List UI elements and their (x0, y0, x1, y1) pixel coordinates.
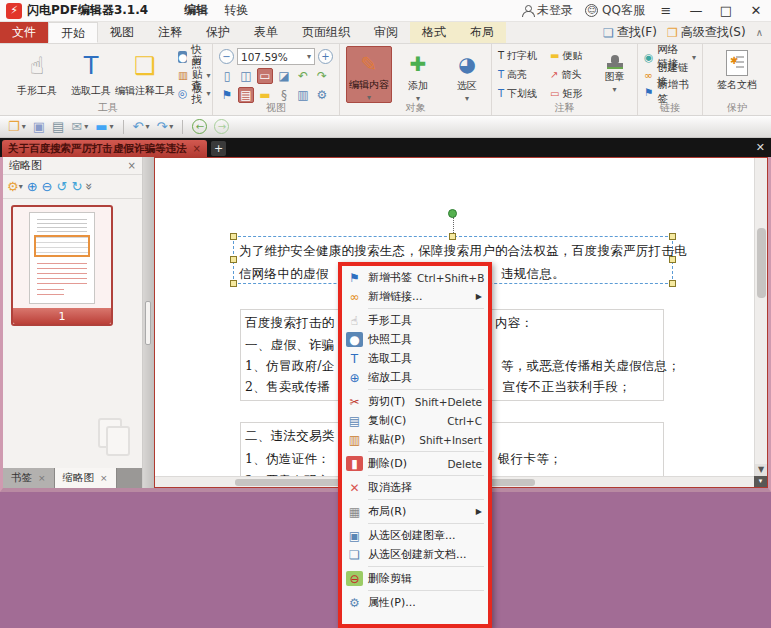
sidebar-splitter[interactable] (143, 157, 154, 488)
email-button[interactable]: ✉▾ (71, 119, 88, 134)
new-tab-button[interactable]: + (211, 141, 226, 156)
context-menu-item-layout[interactable]: ▦布局(R)▶ (342, 502, 488, 521)
find-button[interactable]: ❏ 查找(F) (603, 24, 657, 41)
zoom-in-button[interactable]: + (318, 49, 333, 64)
rectangle-button[interactable]: ▭矩形 (550, 85, 592, 103)
handle-ne[interactable] (669, 233, 676, 240)
ribbon-collapse-button[interactable]: ∧ (756, 27, 763, 38)
undo-button[interactable]: ↶▾ (133, 119, 150, 134)
context-menu-item-cut[interactable]: ✂剪切(T)Shift+Delete (342, 392, 488, 411)
sidebar-zoom-out-button[interactable]: ⊖ (42, 179, 53, 194)
rotate-right-button[interactable]: ↷ (314, 68, 330, 84)
maximize-button[interactable]: □ (717, 3, 735, 18)
doc-text: 银行卡等； (498, 451, 562, 468)
fit-page-button[interactable]: ◫ (238, 68, 254, 84)
vertical-scrollbar[interactable]: ▼ (754, 158, 767, 476)
sidebar-tab-thumbnails-close-icon[interactable]: × (100, 473, 108, 483)
context-menu-item-zoom-tool[interactable]: ⊕缩放工具 (342, 368, 488, 387)
open-file-button[interactable]: ❐▾ (8, 119, 26, 134)
login-button[interactable]: 未登录 (522, 2, 573, 19)
full-screen-button[interactable]: ◪ (276, 68, 292, 84)
context-menu-item-hand-tool[interactable]: ☝手形工具 (342, 311, 488, 330)
handle-se[interactable] (669, 280, 676, 287)
context-menu-item-paste[interactable]: ▥粘贴(P)Shift+Insert (342, 430, 488, 449)
context-menu-item-doc-from-selection[interactable]: ❏从选区创建新文档... (342, 545, 488, 564)
menu-item-file[interactable]: 文件 (0, 22, 48, 43)
share-button[interactable]: ▬▾ (95, 119, 113, 134)
document-tab-close-icon[interactable]: × (193, 143, 201, 154)
handle-sw[interactable] (230, 280, 237, 287)
context-menu-item-add-link[interactable]: ∞新增链接...▶ (342, 287, 488, 306)
underline-button[interactable]: T下划线 (498, 85, 546, 103)
sticky-note-button[interactable]: ▬便贴 (550, 47, 592, 65)
fit-width-button[interactable]: ▭ (257, 68, 273, 84)
highlight-button[interactable]: T高亮 (498, 66, 546, 84)
tab-bar-close-icon[interactable]: ✕ (756, 141, 765, 154)
stamp-button[interactable]: 图章 ▾ (598, 46, 631, 103)
menu-item-form[interactable]: 表单 (242, 22, 290, 43)
sidebar-options-button[interactable]: ⚙▾ (7, 179, 23, 194)
sidebar-rotate-left-button[interactable]: ↺ (56, 179, 67, 194)
page-thumbnail-selected[interactable]: 1 (11, 205, 113, 326)
vertical-scrollbar-thumb[interactable] (757, 228, 766, 298)
arrow-button[interactable]: ↗箭头 (550, 66, 592, 84)
menu-item-page-organize[interactable]: 页面组织 (290, 22, 362, 43)
redo-button[interactable]: ↷▾ (156, 119, 173, 134)
select-area-button[interactable]: ◕选区▾ (444, 46, 490, 103)
single-page-view-button[interactable]: ▯ (219, 68, 235, 84)
sidebar-tab-thumbnails[interactable]: 缩略图× (55, 468, 117, 488)
close-button[interactable]: ✕ (747, 3, 765, 18)
menu-item-review[interactable]: 审阅 (362, 22, 410, 43)
menu-item-view[interactable]: 视图 (98, 22, 146, 43)
context-menu-item-select-tool[interactable]: T选取工具 (342, 349, 488, 368)
sidebar-close-icon[interactable]: × (128, 160, 136, 171)
find-button[interactable]: ◎查找▾ (178, 85, 210, 101)
context-menu-item-remove-clip[interactable]: ⊖删除剪辑 (342, 569, 488, 588)
sidebar-zoom-in-button[interactable]: ⊕ (27, 179, 38, 194)
rotate-left-button[interactable]: ↶ (295, 68, 311, 84)
context-menu-item-add-bookmark[interactable]: ⚑新增书签Ctrl+Shift+B (342, 268, 488, 287)
advanced-find-button[interactable]: ❐ 高级查找(S) (667, 24, 746, 41)
context-menu-item-cancel-selection[interactable]: ✕取消选择 (342, 478, 488, 497)
sidebar-rotate-right-button[interactable]: ↻ (71, 179, 82, 194)
handle-w[interactable] (230, 256, 237, 263)
minimize-button[interactable]: — (687, 3, 705, 18)
mode-tab-convert[interactable]: 转换 (224, 2, 248, 19)
nav-forward-button[interactable]: → (214, 119, 229, 134)
menu-item-format[interactable]: 格式 (410, 22, 458, 43)
handle-n[interactable] (449, 233, 456, 240)
handle-nw[interactable] (230, 233, 237, 240)
add-object-button[interactable]: ✚添加▾ (395, 46, 441, 103)
menu-item-layout[interactable]: 布局 (458, 22, 506, 43)
sign-document-button[interactable]: 签名文档 (709, 46, 765, 103)
context-menu-item-delete[interactable]: ▮删除(D)Delete (342, 454, 488, 473)
zoom-level-combobox[interactable]: 107.59% ▾ (237, 48, 315, 65)
hand-tool-button[interactable]: ☝手形工具 (10, 46, 64, 103)
splitter-grip[interactable] (145, 301, 151, 345)
context-menu-item-snapshot-tool[interactable]: ●快照工具 (342, 330, 488, 349)
menu-item-home[interactable]: 开始 (48, 22, 98, 43)
edit-annotation-tool-button[interactable]: ❑编辑注释工具 (118, 46, 172, 103)
select-tool-button[interactable]: T选取工具 (64, 46, 118, 103)
sidebar-tab-bookmarks-close-icon[interactable]: × (38, 473, 46, 483)
print-button[interactable]: ▤ (52, 119, 64, 134)
add-bookmark-button[interactable]: ⚑新增书签 (644, 84, 696, 100)
mode-tab-edit[interactable]: 编辑 (184, 2, 208, 19)
document-tab[interactable]: 关于百度搜索严厉打击虚假诈骗等违法违规信息 × (2, 140, 207, 157)
context-menu-item-stamp-from-selection[interactable]: ▣从选区创建图章... (342, 526, 488, 545)
menu-item-protect[interactable]: 保护 (194, 22, 242, 43)
scroll-down-icon[interactable]: ▼ (755, 464, 767, 476)
hamburger-menu-button[interactable]: ≡ (657, 3, 675, 18)
save-button[interactable]: ▣ (33, 119, 45, 134)
sidebar-more-button[interactable]: » (86, 179, 94, 194)
menu-item-comment[interactable]: 注释 (146, 22, 194, 43)
qq-service-button[interactable]: ☺ QQ客服 (585, 2, 645, 19)
rotate-handle[interactable] (448, 209, 457, 218)
nav-back-button[interactable]: ← (192, 119, 207, 134)
context-menu-item-properties[interactable]: ⚙属性(P)... (342, 593, 488, 612)
zoom-out-button[interactable]: − (219, 49, 234, 64)
typewriter-button[interactable]: T打字机 (498, 47, 546, 65)
context-menu-item-copy[interactable]: ▤复制(C)Ctrl+C (342, 411, 488, 430)
edit-content-button[interactable]: ✎编辑内容▾ (346, 46, 392, 103)
sidebar-tab-bookmarks[interactable]: 书签× (3, 468, 55, 488)
